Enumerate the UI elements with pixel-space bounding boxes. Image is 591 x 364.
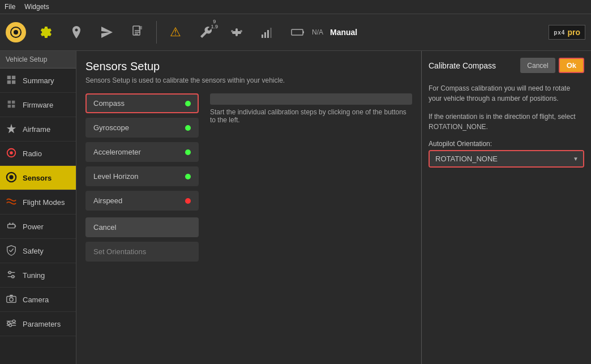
menu-widgets[interactable]: Widgets — [24, 3, 49, 11]
calibrate-info-2: If the orientation is in the direction o… — [429, 112, 584, 132]
sidebar-item-tuning-label: Tuning — [23, 271, 45, 280]
progress-bar-bg — [210, 93, 412, 105]
page-title: Sensors Setup — [85, 60, 412, 73]
orientation-select-wrapper: ROTATION_NONE ROTATION_YAW_45 ROTATION_Y… — [429, 150, 584, 168]
tuning-icon — [6, 269, 18, 281]
sensor-label-accelerometer: Accelerometer — [93, 148, 141, 156]
sidebar-item-summary-label: Summary — [23, 76, 54, 85]
send-icon[interactable] — [93, 17, 121, 48]
sidebar: Vehicle Setup Summary Firmware — [0, 51, 76, 364]
sensor-dot-gyroscope — [185, 125, 191, 131]
safety-icon — [6, 245, 18, 257]
sensor-dot-level-horizon — [185, 174, 191, 179]
autopilot-orientation-select[interactable]: ROTATION_NONE ROTATION_YAW_45 ROTATION_Y… — [430, 151, 583, 166]
sensor-label-gyroscope: Gyroscope — [93, 123, 129, 132]
orientation-select-inner: ROTATION_NONE ROTATION_YAW_45 ROTATION_Y… — [430, 151, 583, 166]
sidebar-item-radio[interactable]: Radio — [0, 142, 76, 166]
sensor-label-compass: Compass — [93, 99, 125, 108]
sidebar-item-firmware-label: Firmware — [23, 101, 53, 109]
svg-rect-22 — [9, 223, 10, 225]
sidebar-item-parameters-label: Parameters — [23, 320, 61, 328]
calibrate-title: Calibrate Compass — [429, 61, 496, 70]
sensor-dot-accelerometer — [185, 149, 191, 155]
menu-bar: File Widgets — [0, 0, 591, 14]
sidebar-item-radio-label: Radio — [23, 149, 42, 158]
sensor-btn-gyroscope[interactable]: Gyroscope — [85, 118, 199, 138]
calibrate-header: Calibrate Compass Cancel Ok — [429, 58, 584, 73]
sensor-btn-compass[interactable]: Compass — [85, 93, 199, 113]
svg-rect-15 — [292, 29, 303, 35]
battery-icon[interactable] — [284, 17, 312, 48]
camera-icon — [6, 293, 18, 306]
page-subtitle: Sensors Setup is used to calibrate the s… — [85, 76, 412, 84]
svg-rect-12 — [264, 32, 266, 38]
svg-point-1 — [14, 30, 18, 35]
sensors-icon — [6, 172, 18, 184]
svg-point-19 — [9, 175, 13, 179]
sensors-layout: Compass Gyroscope Accelerometer Level Ho… — [85, 93, 412, 355]
sidebar-item-safety[interactable]: Safety — [0, 239, 76, 263]
sidebar-item-power-label: Power — [23, 222, 44, 231]
sidebar-item-sensors[interactable]: Sensors — [0, 166, 76, 190]
svg-rect-13 — [267, 30, 269, 38]
svg-rect-8 — [235, 28, 238, 36]
document-icon[interactable] — [123, 17, 152, 48]
sidebar-item-summary[interactable]: Summary — [0, 68, 76, 93]
sidebar-item-airframe-label: Airframe — [23, 125, 50, 134]
sidebar-item-flight-modes-label: Flight Modes — [23, 198, 65, 207]
toolbar-divider-1 — [156, 21, 157, 44]
sensor-dot-compass — [185, 101, 191, 106]
sidebar-item-tuning[interactable]: Tuning — [0, 263, 76, 288]
sensor-dot-airspeed — [185, 198, 191, 204]
signal-icon[interactable] — [253, 17, 281, 48]
sensor-btn-accelerometer[interactable]: Accelerometer — [85, 142, 199, 162]
right-panel-ok-button[interactable]: Ok — [559, 58, 584, 73]
svg-point-9 — [231, 30, 233, 32]
settings-icon[interactable] — [32, 17, 60, 48]
flight-mode-label: Manual — [330, 28, 357, 37]
sensor-btn-airspeed[interactable]: Airspeed — [85, 191, 199, 211]
svg-point-31 — [10, 298, 13, 301]
calibrate-actions: Cancel Ok — [520, 58, 584, 73]
firmware-icon — [6, 99, 18, 111]
svg-rect-32 — [10, 295, 12, 297]
svg-point-39 — [9, 324, 12, 327]
sidebar-item-camera[interactable]: Camera — [0, 288, 76, 312]
svg-rect-23 — [12, 223, 14, 225]
logo-pro: pro — [567, 28, 580, 37]
orientations-btn-label: Set Orientations — [93, 247, 146, 256]
svg-rect-11 — [262, 35, 263, 38]
sidebar-item-parameters[interactable]: Parameters — [0, 312, 76, 336]
svg-point-36 — [12, 320, 15, 323]
svg-rect-3 — [139, 26, 142, 29]
wrench-icon[interactable]: 9 1.9 — [192, 17, 220, 48]
sensor-label-level-horizon: Level Horizon — [93, 172, 139, 181]
radio-icon — [6, 147, 18, 160]
toolbar: ⚠ 9 1.9 N/A M — [0, 14, 591, 51]
uav-icon[interactable] — [222, 17, 251, 48]
sidebar-item-camera-label: Camera — [23, 296, 49, 304]
sensor-btn-level-horizon[interactable]: Level Horizon — [85, 166, 199, 186]
cancel-btn-label: Cancel — [93, 223, 116, 232]
qgc-logo-icon[interactable] — [6, 22, 26, 42]
warning-icon[interactable]: ⚠ — [161, 17, 190, 48]
sidebar-item-firmware[interactable]: Firmware — [0, 93, 76, 117]
airframe-icon — [6, 123, 18, 135]
location-icon[interactable] — [62, 17, 91, 48]
sidebar-item-airframe[interactable]: Airframe — [0, 117, 76, 142]
svg-rect-20 — [8, 224, 15, 228]
parameters-icon — [6, 318, 18, 330]
set-orientations-button[interactable]: Set Orientations — [85, 242, 199, 262]
sensors-right: Start the individual calibration steps b… — [210, 93, 412, 355]
sidebar-item-flight-modes[interactable]: Flight Modes — [0, 190, 76, 215]
sensors-left: Compass Gyroscope Accelerometer Level Ho… — [85, 93, 199, 355]
right-panel-cancel-button[interactable]: Cancel — [520, 58, 555, 73]
menu-file[interactable]: File — [5, 3, 15, 11]
content-area: Sensors Setup Sensors Setup is used to c… — [76, 51, 421, 364]
logo-area: px4 pro — [549, 25, 585, 40]
svg-rect-14 — [270, 28, 272, 38]
cancel-calibration-button[interactable]: Cancel — [85, 217, 199, 237]
svg-point-18 — [10, 151, 12, 154]
svg-point-28 — [8, 271, 11, 274]
sidebar-item-power[interactable]: Power — [0, 215, 76, 239]
